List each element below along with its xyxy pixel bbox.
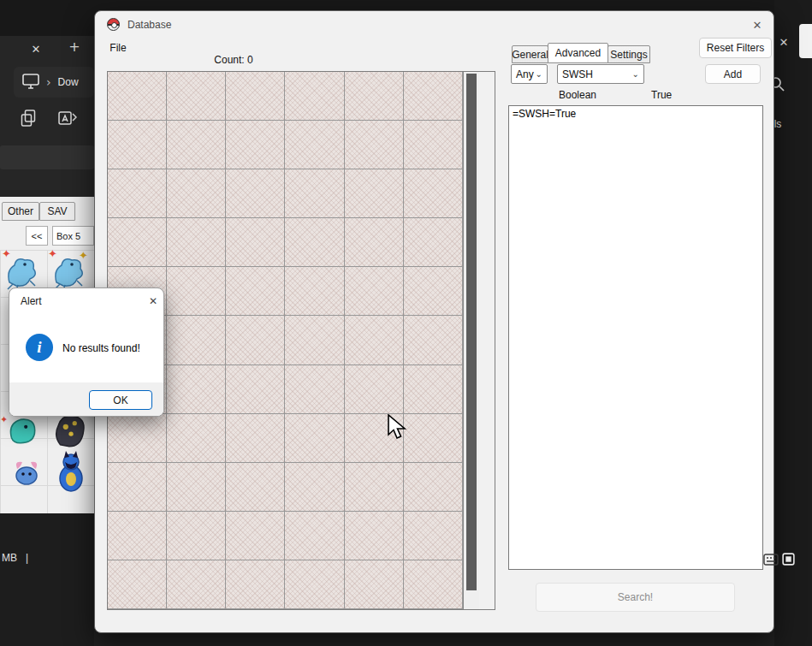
- box-slot[interactable]: [285, 560, 344, 609]
- box-slot[interactable]: [404, 267, 463, 316]
- box-slot[interactable]: [226, 560, 285, 609]
- box-slot[interactable]: [226, 218, 285, 267]
- box-slot[interactable]: [404, 463, 463, 512]
- shiny-sparkle-icon: ✦: [48, 248, 57, 259]
- box-slot[interactable]: [226, 72, 285, 121]
- copy-icon[interactable]: [21, 110, 36, 129]
- box-slot[interactable]: [226, 512, 285, 560]
- alert-close-button[interactable]: ✕: [145, 293, 162, 309]
- scrollbar-thumb[interactable]: [466, 74, 477, 590]
- keyboard-icon[interactable]: [763, 554, 779, 568]
- box-slot[interactable]: [108, 414, 167, 463]
- tab-general[interactable]: General: [512, 45, 548, 63]
- box-slot[interactable]: [167, 72, 226, 121]
- window-layout-icon[interactable]: [781, 552, 796, 569]
- add-button[interactable]: Add: [705, 64, 761, 84]
- tab-advanced[interactable]: Advanced: [548, 43, 608, 63]
- box-slot[interactable]: [404, 72, 463, 121]
- box-slot[interactable]: [167, 218, 226, 267]
- box-slot[interactable]: [167, 365, 226, 414]
- scrollbar[interactable]: [463, 72, 479, 609]
- box-slot[interactable]: [108, 218, 167, 267]
- box-slot[interactable]: [285, 72, 344, 121]
- pokemon-sprite[interactable]: [51, 411, 89, 453]
- ok-button[interactable]: OK: [89, 390, 152, 410]
- previous-box-button[interactable]: <<: [26, 226, 48, 246]
- pokemon-sprite[interactable]: [10, 453, 43, 490]
- box-slot[interactable]: [285, 169, 344, 218]
- box-slot[interactable]: [285, 414, 344, 463]
- hovered-menu-item[interactable]: [0, 145, 94, 169]
- tab-sav[interactable]: SAV: [39, 202, 75, 221]
- filter-type-select[interactable]: Any ⌄: [511, 64, 548, 84]
- box-slot[interactable]: [404, 218, 463, 267]
- box-slot[interactable]: [167, 169, 226, 218]
- title-bar[interactable]: Database ✕: [95, 11, 773, 39]
- pokemon-sprite[interactable]: [51, 450, 91, 495]
- box-slot[interactable]: [108, 121, 167, 169]
- box-slot[interactable]: [167, 267, 226, 316]
- close-tab-button[interactable]: ✕: [28, 41, 44, 56]
- box-slot[interactable]: [345, 560, 404, 609]
- box-slot[interactable]: [285, 463, 344, 512]
- box-slot[interactable]: [285, 512, 344, 560]
- box-slot[interactable]: [226, 316, 285, 364]
- tab-other[interactable]: Other: [2, 202, 39, 221]
- new-tab-button[interactable]: +: [67, 39, 82, 55]
- box-slot[interactable]: [226, 267, 285, 316]
- box-slot[interactable]: [226, 169, 285, 218]
- breadcrumb[interactable]: › Dow: [14, 67, 94, 98]
- box-slot[interactable]: [345, 218, 404, 267]
- box-slot[interactable]: [226, 414, 285, 463]
- box-slot[interactable]: [108, 512, 167, 560]
- box-slot[interactable]: [345, 169, 404, 218]
- box-slot[interactable]: [167, 121, 226, 169]
- box-slot[interactable]: [285, 218, 344, 267]
- box-slot[interactable]: [167, 512, 226, 560]
- close-window-button[interactable]: ✕: [776, 34, 791, 50]
- mouse-cursor: [387, 414, 409, 442]
- box-slot[interactable]: [345, 512, 404, 560]
- close-button[interactable]: ✕: [747, 16, 768, 33]
- box-slot[interactable]: [404, 121, 463, 169]
- filter-property-select[interactable]: SWSH ⌄: [557, 64, 644, 84]
- box-slot[interactable]: [226, 463, 285, 512]
- filter-entry[interactable]: =SWSH=True: [513, 108, 759, 121]
- box-slot[interactable]: [167, 414, 226, 463]
- box-slot[interactable]: [285, 267, 344, 316]
- box-slot[interactable]: [285, 316, 344, 364]
- box-slot[interactable]: [167, 560, 226, 609]
- search-button[interactable]: Search!: [536, 583, 735, 612]
- pokemon-sprite[interactable]: [4, 412, 40, 451]
- box-slot[interactable]: [167, 463, 226, 512]
- box-slot[interactable]: [345, 316, 404, 364]
- box-slot[interactable]: [345, 267, 404, 316]
- box-slot[interactable]: [404, 365, 463, 414]
- box-slot[interactable]: [226, 365, 285, 414]
- box-slot[interactable]: [285, 121, 344, 169]
- box-slot[interactable]: [108, 560, 167, 609]
- alert-title: Alert: [21, 295, 42, 307]
- box-slot[interactable]: [108, 463, 167, 512]
- box-slot[interactable]: [108, 72, 167, 121]
- box-slot[interactable]: [345, 72, 404, 121]
- translate-icon[interactable]: [58, 109, 77, 130]
- box-slot[interactable]: [108, 169, 167, 218]
- box-select[interactable]: Box 5: [52, 226, 94, 246]
- box-slot[interactable]: [404, 560, 463, 609]
- box-slot[interactable]: [404, 512, 463, 560]
- background-left-column: [0, 36, 94, 197]
- reset-filters-button[interactable]: Reset Filters: [699, 38, 772, 58]
- box-slot[interactable]: [345, 365, 404, 414]
- box-slot[interactable]: [226, 121, 285, 169]
- filter-list[interactable]: =SWSH=True: [508, 105, 763, 570]
- menu-file[interactable]: File: [104, 40, 133, 56]
- box-slot[interactable]: [167, 316, 226, 364]
- box-slot[interactable]: [404, 414, 463, 463]
- box-slot[interactable]: [345, 463, 404, 512]
- box-slot[interactable]: [404, 169, 463, 218]
- box-slot[interactable]: [404, 316, 463, 364]
- box-slot[interactable]: [345, 121, 404, 169]
- tab-settings[interactable]: Settings: [608, 45, 650, 63]
- box-slot[interactable]: [285, 365, 344, 414]
